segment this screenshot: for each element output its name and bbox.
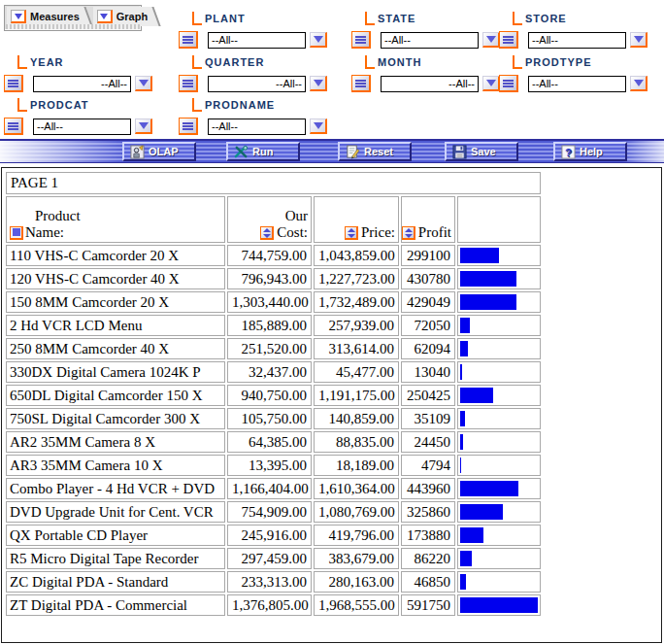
price-cell: 1,080,769.00 — [314, 501, 399, 523]
filter-menu-button[interactable] — [179, 75, 198, 92]
product-cell: R5 Micro Digital Tape Recorder — [6, 548, 225, 569]
bar-cell — [457, 455, 541, 476]
plant-select[interactable]: --All-- — [208, 32, 306, 49]
profit-cell: 591750 — [401, 594, 455, 616]
bracket-connector — [192, 55, 202, 69]
bar-cell — [457, 315, 541, 336]
run-icon — [234, 145, 249, 159]
profit-cell: 62094 — [401, 338, 455, 359]
product-header-line1: Product — [10, 208, 221, 224]
bar-cell — [457, 291, 541, 313]
run-button[interactable]: Run — [226, 142, 300, 161]
filter-dropdown-button[interactable] — [310, 32, 327, 48]
filter-menu-button[interactable] — [351, 31, 371, 49]
cost-cell: 1,303,440.00 — [227, 291, 312, 313]
tab-graph[interactable]: Graph — [93, 7, 151, 26]
table-row: 110 VHS-C Camcorder 20 X 744,759.00 1,04… — [6, 245, 541, 266]
profit-cell: 72050 — [401, 315, 455, 336]
toolbar: OLAP Run Reset Save — [0, 139, 664, 163]
prodname-select[interactable]: --All-- — [208, 119, 306, 135]
price-cell: 88,835.00 — [314, 431, 399, 453]
save-button[interactable]: Save — [445, 142, 518, 161]
hamburger-icon — [183, 122, 193, 130]
year-label: YEAR — [30, 57, 64, 69]
filter-group-prodcat: PRODCAT --All-- — [4, 94, 171, 135]
hamburger-icon — [8, 80, 18, 87]
filter-menu-button[interactable] — [179, 118, 198, 135]
product-cell: 330DX Digital Camera 1024K P — [6, 361, 225, 383]
price-sort-icon[interactable] — [345, 226, 358, 240]
month-label: MONTH — [378, 57, 421, 69]
profit-cell: 35109 — [401, 408, 455, 429]
product-cell: 110 VHS-C Camcorder 20 X — [6, 245, 225, 266]
graph-dropdown-icon[interactable] — [97, 10, 113, 23]
profit-sort-icon[interactable] — [402, 226, 415, 240]
store-select[interactable]: --All-- — [528, 32, 626, 49]
cost-sort-icon[interactable] — [260, 226, 274, 240]
profit-header: Profit — [401, 196, 455, 243]
tab-measures[interactable]: Measures — [7, 7, 83, 26]
help-icon: ? — [561, 145, 576, 159]
filter-dropdown-button[interactable] — [310, 76, 327, 91]
year-select[interactable]: --All-- — [33, 76, 131, 92]
filter-dropdown-button[interactable] — [482, 76, 500, 91]
profit-bar — [460, 527, 483, 543]
profit-header-label: Profit — [418, 224, 451, 241]
product-cell: 120 VHS-C Camcorder 40 X — [6, 268, 225, 289]
price-cell: 1,732,489.00 — [314, 291, 399, 313]
bar-cell — [457, 361, 541, 383]
profit-bar — [460, 271, 516, 287]
filter-dropdown-button[interactable] — [310, 119, 327, 134]
tab-measures-label: Measures — [30, 11, 80, 22]
cost-cell: 185,889.00 — [227, 315, 312, 336]
filter-dropdown-button[interactable] — [482, 32, 500, 48]
price-cell: 257,939.00 — [314, 315, 399, 336]
cost-cell: 297,459.00 — [227, 548, 312, 569]
olap-button[interactable]: OLAP — [122, 142, 196, 161]
bar-cell — [457, 338, 541, 359]
state-select[interactable]: --All-- — [381, 32, 479, 49]
measures-dropdown-icon[interactable] — [11, 10, 26, 23]
filter-menu-button[interactable] — [4, 118, 23, 135]
filter-label-row: STATE — [365, 8, 518, 25]
table-row: R5 Micro Digital Tape Recorder 297,459.0… — [6, 548, 541, 569]
filter-dropdown-button[interactable] — [630, 76, 647, 91]
page-row: PAGE 1 — [6, 172, 541, 194]
bar-cell — [457, 548, 541, 569]
filter-group-state: STATE --All-- — [351, 8, 518, 49]
filter-menu-button[interactable] — [4, 75, 23, 92]
bar-cell — [457, 245, 541, 266]
cost-cell: 1,166,404.00 — [227, 478, 312, 499]
price-cell: 383,679.00 — [314, 548, 399, 569]
filter-label-row: PRODCAT — [17, 94, 171, 112]
cost-cell: 251,520.00 — [227, 338, 312, 359]
profit-cell: 430780 — [401, 268, 455, 289]
bar-cell — [457, 478, 541, 499]
state-label: STATE — [378, 14, 415, 25]
filter-dropdown-button[interactable] — [135, 119, 152, 134]
profit-bar — [460, 574, 466, 590]
month-select[interactable]: --All-- — [381, 76, 479, 92]
filter-menu-button[interactable] — [499, 31, 518, 49]
reset-button[interactable]: Reset — [338, 142, 412, 161]
product-selector-icon[interactable] — [10, 226, 23, 240]
filter-dropdown-button[interactable] — [135, 76, 152, 91]
filter-menu-button[interactable] — [499, 75, 518, 92]
filter-group-quarter: QUARTER --All-- — [179, 51, 346, 92]
table-row: 330DX Digital Camera 1024K P 32,437.00 4… — [6, 361, 541, 383]
prodcat-select[interactable]: --All-- — [33, 119, 131, 135]
prodtype-select[interactable]: --All-- — [528, 76, 626, 92]
reset-button-label: Reset — [364, 146, 393, 157]
quarter-select[interactable]: --All-- — [208, 76, 306, 92]
product-cell: 150 8MM Camcorder 20 X — [6, 291, 225, 313]
filter-menu-button[interactable] — [351, 75, 371, 92]
filter-dropdown-button[interactable] — [630, 32, 647, 48]
table-row: 250 8MM Camcorder 40 X 251,520.00 313,61… — [6, 338, 541, 359]
help-button[interactable]: ? Help — [553, 142, 627, 161]
table-row: QX Portable CD Player 245,916.00 419,796… — [6, 525, 541, 546]
bar-cell — [457, 501, 541, 523]
filter-menu-button[interactable] — [179, 31, 198, 49]
bar-cell — [457, 385, 541, 406]
header-row: Product Name: Our Cost: — [6, 196, 541, 243]
product-cell: AR3 35MM Camera 10 X — [6, 455, 225, 476]
